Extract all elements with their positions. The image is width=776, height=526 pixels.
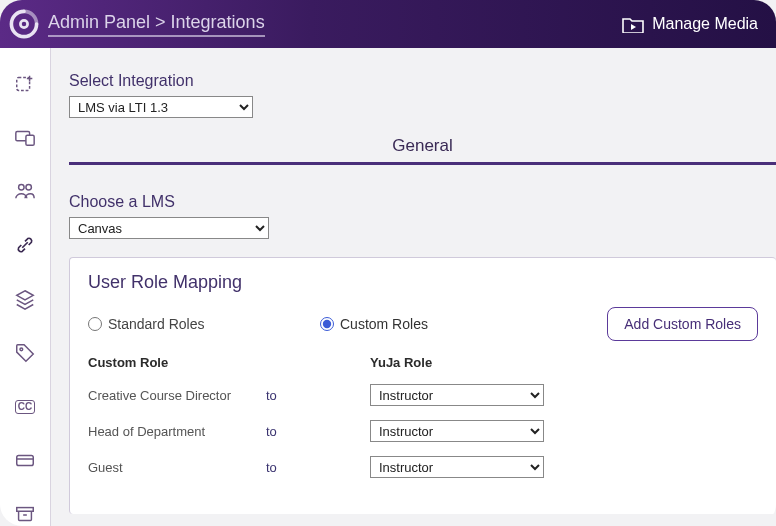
to-label: to (266, 424, 370, 439)
radio-custom-input[interactable] (320, 317, 334, 331)
captions-icon[interactable]: CC (13, 395, 37, 419)
to-label: to (266, 460, 370, 475)
integrations-icon[interactable] (13, 233, 37, 257)
svg-rect-7 (17, 456, 34, 466)
custom-role-name: Creative Course Director (88, 388, 266, 403)
devices-icon[interactable] (13, 126, 37, 150)
radio-standard-label: Standard Roles (108, 316, 205, 332)
col-yuja-role: YuJa Role (370, 355, 432, 370)
svg-rect-1 (17, 77, 30, 90)
manage-media-label: Manage Media (652, 15, 758, 33)
role-columns-header: Custom Role YuJa Role (88, 355, 758, 370)
role-mapping-title: User Role Mapping (88, 272, 758, 293)
svg-rect-3 (26, 135, 34, 145)
add-custom-roles-button[interactable]: Add Custom Roles (607, 307, 758, 341)
yuja-role-select[interactable]: Instructor (370, 384, 544, 406)
role-mapping-panel: User Role Mapping Standard Roles Custom … (69, 257, 776, 514)
main-content: Select Integration LMS via LTI 1.3 Gener… (50, 48, 776, 526)
svg-point-6 (20, 348, 23, 351)
layers-icon[interactable] (13, 287, 37, 311)
radio-custom-label: Custom Roles (340, 316, 428, 332)
archive-icon[interactable] (13, 502, 37, 526)
breadcrumb[interactable]: Admin Panel > Integrations (48, 12, 265, 37)
tab-general[interactable]: General (69, 136, 776, 162)
yuja-role-select[interactable]: Instructor (370, 420, 544, 442)
radio-standard-input[interactable] (88, 317, 102, 331)
radio-standard-roles[interactable]: Standard Roles (88, 316, 320, 332)
tag-icon[interactable] (13, 341, 37, 365)
upload-icon[interactable] (13, 72, 37, 96)
brand-logo (6, 6, 42, 42)
tab-bar: General (69, 136, 776, 165)
sidebar: CC (0, 48, 50, 526)
manage-media-link[interactable]: Manage Media (622, 15, 758, 33)
col-custom-role: Custom Role (88, 355, 266, 370)
radio-custom-roles[interactable]: Custom Roles (320, 316, 428, 332)
billing-icon[interactable] (13, 448, 37, 472)
tab-underline (69, 162, 776, 165)
choose-lms-label: Choose a LMS (69, 193, 776, 211)
custom-role-name: Head of Department (88, 424, 266, 439)
app-header: Admin Panel > Integrations Manage Media (0, 0, 776, 48)
swirl-icon (6, 6, 42, 42)
integration-select[interactable]: LMS via LTI 1.3 (69, 96, 253, 118)
yuja-role-select[interactable]: Instructor (370, 456, 544, 478)
svg-point-0 (20, 20, 27, 27)
lms-select[interactable]: Canvas (69, 217, 269, 239)
role-map-row: Creative Course Director to Instructor (88, 384, 758, 406)
role-map-row: Head of Department to Instructor (88, 420, 758, 442)
svg-point-5 (26, 185, 31, 191)
media-folder-icon (622, 15, 644, 33)
to-label: to (266, 388, 370, 403)
svg-rect-8 (17, 508, 34, 512)
role-map-row: Guest to Instructor (88, 456, 758, 478)
svg-point-4 (19, 185, 24, 191)
users-icon[interactable] (13, 180, 37, 204)
select-integration-label: Select Integration (69, 72, 776, 90)
custom-role-name: Guest (88, 460, 266, 475)
